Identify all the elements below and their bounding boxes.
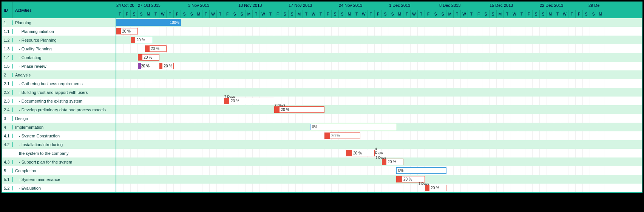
task-row[interactable]: 4Implementation bbox=[2, 123, 116, 131]
task-row[interactable]: 2.3- Documenting the existing system bbox=[2, 97, 116, 105]
gantt-bar[interactable]: 0% bbox=[310, 124, 396, 130]
task-row[interactable]: 1Planning bbox=[2, 18, 116, 27]
day-header-cell: T bbox=[353, 10, 360, 18]
day-header-cell: M bbox=[296, 10, 303, 18]
timeline-row: 0% bbox=[116, 166, 642, 175]
task-row[interactable]: 1.5- Phase review bbox=[2, 62, 116, 70]
task-name: - Evaluation bbox=[13, 186, 116, 190]
day-header-cell: T bbox=[202, 10, 210, 18]
day-header-cell: T bbox=[454, 10, 461, 18]
task-id: 3 bbox=[2, 116, 13, 121]
day-header-cell: F bbox=[174, 10, 181, 18]
task-name: - Develop preliminary data and process m… bbox=[13, 108, 116, 112]
task-name: Planning bbox=[13, 20, 116, 25]
duration-caption: 7 Days bbox=[224, 95, 235, 98]
task-row[interactable]: 5Completion bbox=[2, 166, 116, 175]
day-header-cell: T bbox=[368, 10, 375, 18]
timeline-row: 20 % bbox=[116, 27, 642, 36]
gantt-bar[interactable]: 20 % bbox=[131, 37, 152, 43]
gantt-bar[interactable]: 20 %4 Days bbox=[346, 150, 375, 156]
task-row[interactable]: 5.2- Evaluation bbox=[2, 184, 116, 192]
task-id: 4.3 bbox=[2, 160, 13, 164]
task-id: 2.3 bbox=[2, 99, 13, 103]
day-header-cell: W bbox=[411, 10, 418, 18]
date-header: 24 Nov 2013 bbox=[339, 3, 362, 8]
day-header-cell: W bbox=[310, 10, 317, 18]
task-row[interactable]: 1.1- Planning initiation bbox=[2, 27, 116, 36]
gantt-bar[interactable]: 20 % bbox=[159, 63, 174, 69]
gantt-chart: ID Activities 1Planning1.1- Planning ini… bbox=[2, 2, 642, 193]
progress-label: 20 % bbox=[397, 177, 425, 181]
task-id: 2 bbox=[2, 73, 13, 77]
date-header: 24 Oct 20 bbox=[116, 3, 134, 8]
gantt-bar[interactable]: 100% bbox=[116, 19, 181, 26]
gantt-bar[interactable]: 20 % bbox=[324, 132, 360, 139]
progress-label: 20 % bbox=[160, 64, 173, 68]
day-header-cell: S bbox=[188, 10, 195, 18]
gantt-bar[interactable]: 20 % bbox=[116, 28, 138, 34]
task-list-panel: ID Activities 1Planning1.1- Planning ini… bbox=[2, 2, 116, 192]
day-header-cell: T bbox=[468, 10, 475, 18]
day-header-cell: S bbox=[382, 10, 389, 18]
timeline-row: 20 %7 Days bbox=[116, 97, 642, 105]
timeline-row: 20 % bbox=[116, 53, 642, 62]
progress-label: 20 % bbox=[138, 55, 159, 59]
gantt-bar[interactable]: 20 %3 Days bbox=[425, 185, 446, 191]
task-row[interactable]: 4.3- Support plan for the system bbox=[2, 157, 116, 166]
task-id: 2.2 bbox=[2, 90, 13, 95]
day-header-cell: S bbox=[332, 10, 339, 18]
task-name: - System maintenance bbox=[13, 177, 116, 182]
task-name: - Installation/introducing bbox=[13, 142, 116, 147]
day-header-cell: W bbox=[511, 10, 518, 18]
gantt-bar[interactable]: 20 % bbox=[138, 63, 152, 69]
task-name: - Building trust and rapport with users bbox=[13, 90, 116, 95]
progress-label: 20 % bbox=[382, 160, 403, 164]
task-row[interactable]: 2.4- Develop preliminary data and proces… bbox=[2, 105, 116, 114]
task-name: - Gathering business requirements bbox=[13, 81, 116, 86]
timeline-row bbox=[116, 79, 642, 88]
duration-caption: 4 Days bbox=[375, 147, 383, 154]
task-list-header: ID Activities bbox=[2, 2, 116, 18]
task-row[interactable]: the system to the company bbox=[2, 149, 116, 157]
timeline-row: 20 %20 % bbox=[116, 62, 642, 70]
gantt-bar[interactable]: 20 % bbox=[145, 45, 167, 52]
task-name: Analysis bbox=[13, 73, 116, 77]
task-row[interactable]: 4.1- System Construction bbox=[2, 131, 116, 140]
gantt-bar[interactable]: 20 %3 Days bbox=[382, 159, 403, 165]
task-id: 2.4 bbox=[2, 108, 13, 112]
task-name: - Quality Planning bbox=[13, 47, 116, 51]
day-header-cell: T bbox=[116, 10, 124, 18]
day-header-cell: F bbox=[576, 10, 583, 18]
task-row[interactable]: 1.3- Quality Planning bbox=[2, 44, 116, 53]
date-header: 29 De bbox=[588, 3, 599, 8]
task-row[interactable]: 3Design bbox=[2, 114, 116, 123]
timeline-header: 24 Oct 2027 Oct 20133 Nov 201310 Nov 201… bbox=[116, 2, 642, 18]
day-header-cell: T bbox=[518, 10, 525, 18]
task-row[interactable]: 1.2- Resource Planning bbox=[2, 36, 116, 44]
task-row[interactable]: 1.4- Contacting bbox=[2, 53, 116, 62]
task-row[interactable]: 2.2- Building trust and rapport with use… bbox=[2, 88, 116, 97]
gantt-bar[interactable]: 20 %7 Days bbox=[274, 106, 324, 113]
task-id: 4.2 bbox=[2, 142, 13, 147]
gantt-bar[interactable]: 20 % bbox=[138, 54, 159, 61]
progress-label: 20 % bbox=[224, 99, 274, 103]
day-header-cell: T bbox=[504, 10, 511, 18]
task-row[interactable]: 4.2- Installation/introducing bbox=[2, 140, 116, 149]
task-row[interactable]: 2Analysis bbox=[2, 70, 116, 79]
day-header-cell: M bbox=[597, 10, 604, 18]
day-header-cell: S bbox=[339, 10, 346, 18]
timeline-row: 20 % bbox=[116, 36, 642, 44]
task-row[interactable]: 2.1- Gathering business requirements bbox=[2, 79, 116, 88]
gantt-bar[interactable]: 20 %7 Days bbox=[224, 98, 274, 104]
day-header-cell: F bbox=[375, 10, 382, 18]
task-name: - Support plan for the system bbox=[13, 160, 116, 164]
task-row[interactable]: 5.1- System maintenance bbox=[2, 175, 116, 184]
day-header-cell: S bbox=[482, 10, 490, 18]
progress-label: 20 % bbox=[325, 134, 360, 138]
date-header: 17 Nov 2013 bbox=[289, 3, 312, 8]
task-id: 5.2 bbox=[2, 186, 13, 190]
day-header-cell: S bbox=[540, 10, 547, 18]
day-header-cell: S bbox=[439, 10, 446, 18]
day-header-cell: W bbox=[461, 10, 468, 18]
gantt-bar[interactable]: 0% bbox=[396, 167, 446, 174]
